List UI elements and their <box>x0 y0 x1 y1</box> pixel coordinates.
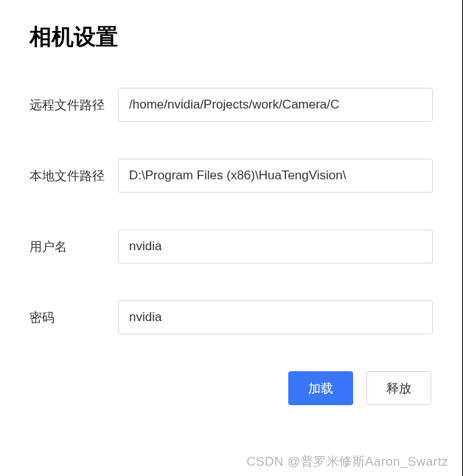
release-button[interactable]: 释放 <box>366 371 431 405</box>
local-path-input[interactable] <box>118 159 433 193</box>
load-button[interactable]: 加载 <box>288 371 353 405</box>
settings-panel: 相机设置 远程文件路径 本地文件路径 用户名 密码 加载 释放 <box>0 0 463 476</box>
username-label: 用户名 <box>29 238 118 255</box>
password-row: 密码 <box>29 300 433 334</box>
remote-path-input[interactable] <box>118 88 433 122</box>
username-input[interactable] <box>118 230 433 263</box>
page-title: 相机设置 <box>29 22 433 52</box>
username-row: 用户名 <box>29 230 433 263</box>
button-row: 加载 释放 <box>29 371 433 405</box>
password-label: 密码 <box>29 309 118 326</box>
remote-path-label: 远程文件路径 <box>29 97 118 114</box>
password-input[interactable] <box>118 300 433 334</box>
local-path-row: 本地文件路径 <box>29 159 433 193</box>
remote-path-row: 远程文件路径 <box>29 88 433 122</box>
local-path-label: 本地文件路径 <box>29 168 118 184</box>
